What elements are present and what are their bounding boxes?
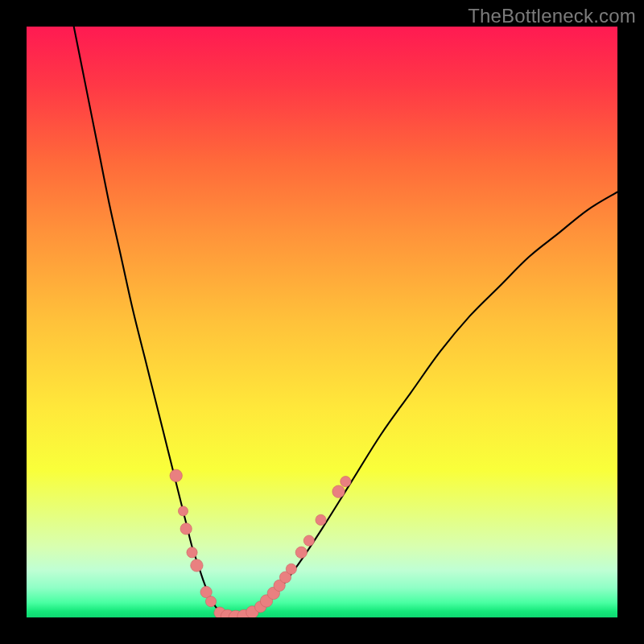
curve-markers [170,469,351,617]
curve-marker [332,485,345,497]
curve-marker [180,523,192,535]
curve-marker [191,559,203,572]
curve-marker [303,535,314,546]
curve-marker [341,477,351,487]
bottleneck-curve [74,27,617,617]
chart-frame: TheBottleneck.com [0,0,644,644]
curve-marker [286,564,296,574]
curve-marker [170,469,182,481]
curve-marker [295,547,307,558]
curve-marker [205,597,216,607]
curve-marker [178,506,188,516]
watermark-text: TheBottleneck.com [468,5,636,27]
curve-marker [187,547,197,558]
curve-marker [316,514,326,525]
plot-area [27,27,617,617]
bottleneck-curve-svg [27,27,617,617]
